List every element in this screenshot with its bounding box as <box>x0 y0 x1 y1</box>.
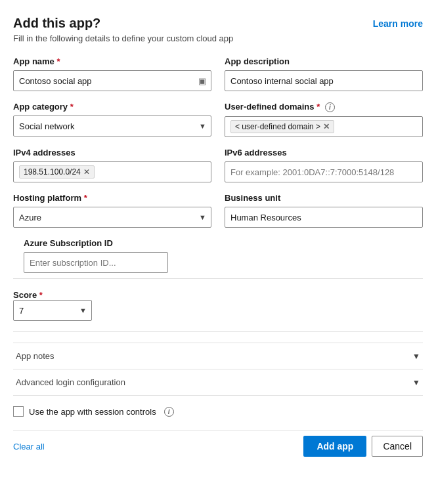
app-description-input[interactable] <box>225 70 423 91</box>
score-label: Score * <box>13 290 43 300</box>
footer-action-buttons: Add app Cancel <box>303 436 423 457</box>
dialog-footer: Clear all Add app Cancel <box>13 430 423 457</box>
app-name-label: App name * <box>13 56 211 66</box>
app-name-input-wrapper: ▣ <box>13 70 211 91</box>
row-hosting-business: Hosting platform * Azure AWS GCP Other ▼… <box>13 193 423 228</box>
clear-all-button[interactable]: Clear all <box>13 442 45 452</box>
session-controls-label: Use the app with session controls <box>29 407 156 417</box>
hosting-platform-select-wrapper: Azure AWS GCP Other ▼ <box>13 207 211 228</box>
session-controls-row: Use the app with session controls i <box>13 395 423 427</box>
ipv4-label: IPv4 addresses <box>13 148 211 158</box>
col-app-name: App name * ▣ <box>13 56 211 91</box>
score-section: Score * 1234 5678 910 ▼ <box>13 289 423 321</box>
domain-tag-close-icon[interactable]: ✕ <box>323 122 330 131</box>
row-category-domains: App category * Social network Business O… <box>13 102 423 137</box>
col-business-unit: Business unit <box>225 193 423 228</box>
session-controls-checkbox[interactable] <box>13 406 24 417</box>
advanced-login-chevron-icon: ▼ <box>412 378 420 387</box>
app-notes-title: App notes <box>16 351 54 361</box>
divider-1 <box>13 278 423 279</box>
ipv4-tag-close-icon[interactable]: ✕ <box>83 167 90 177</box>
advanced-login-header[interactable]: Advanced login configuration ▼ <box>13 377 423 387</box>
col-app-category: App category * Social network Business O… <box>13 102 211 137</box>
ipv4-tag-text: 198.51.100.0/24 <box>24 167 81 177</box>
app-category-select-wrapper: Social network Business Other ▼ <box>13 116 211 136</box>
business-unit-label: Business unit <box>225 193 423 203</box>
hosting-platform-label: Hosting platform * <box>13 193 211 203</box>
ipv6-input[interactable] <box>225 161 423 182</box>
domain-tag-text: < user-defined domain > <box>235 122 320 131</box>
user-defined-domains-label: User-defined domains * i <box>225 102 423 112</box>
user-defined-domains-info-icon[interactable]: i <box>325 102 335 112</box>
col-user-defined-domains: User-defined domains * i < user-defined … <box>225 102 423 137</box>
app-notes-section: App notes ▼ <box>13 343 423 369</box>
advanced-login-title: Advanced login configuration <box>16 377 125 387</box>
row-app-name-description: App name * ▣ App description <box>13 56 423 91</box>
app-notes-header[interactable]: App notes ▼ <box>13 351 423 361</box>
ipv4-tag: 198.51.100.0/24 ✕ <box>19 165 95 178</box>
dialog-title: Add this app? <box>13 16 233 31</box>
app-name-input[interactable] <box>13 70 211 91</box>
learn-more-link[interactable]: Learn more <box>373 18 423 29</box>
app-category-select[interactable]: Social network Business Other <box>13 116 211 136</box>
app-name-required: * <box>56 56 60 66</box>
app-description-label: App description <box>225 56 423 66</box>
cancel-button[interactable]: Cancel <box>372 436 423 457</box>
col-app-description: App description <box>225 56 423 91</box>
col-hosting-platform: Hosting platform * Azure AWS GCP Other ▼ <box>13 193 211 228</box>
app-name-icon: ▣ <box>198 76 206 86</box>
ipv6-label: IPv6 addresses <box>225 148 423 158</box>
app-category-label: App category * <box>13 102 211 112</box>
session-controls-info-icon[interactable]: i <box>164 407 174 417</box>
divider-2 <box>13 331 423 332</box>
azure-subscription-input[interactable] <box>24 252 168 273</box>
app-notes-chevron-icon: ▼ <box>412 352 420 361</box>
dialog-subtitle: Fill in the following details to define … <box>13 33 233 43</box>
add-app-button[interactable]: Add app <box>303 436 366 457</box>
business-unit-input[interactable] <box>225 207 423 228</box>
hosting-platform-select[interactable]: Azure AWS GCP Other <box>13 207 211 228</box>
col-ipv4: IPv4 addresses 198.51.100.0/24 ✕ <box>13 148 211 182</box>
advanced-login-section: Advanced login configuration ▼ <box>13 369 423 395</box>
azure-subscription-label: Azure Subscription ID <box>13 238 423 248</box>
azure-subscription-section: Azure Subscription ID <box>13 238 423 273</box>
user-defined-domain-tag: < user-defined domain > ✕ <box>230 120 334 133</box>
ipv4-input[interactable]: 198.51.100.0/24 ✕ <box>13 161 211 182</box>
row-ipv4-ipv6: IPv4 addresses 198.51.100.0/24 ✕ IPv6 ad… <box>13 148 423 182</box>
user-defined-domains-input[interactable]: < user-defined domain > ✕ <box>225 116 423 137</box>
header-text: Add this app? Fill in the following deta… <box>13 16 233 43</box>
col-ipv6: IPv6 addresses <box>225 148 423 182</box>
score-select[interactable]: 1234 5678 910 <box>13 300 92 321</box>
score-select-wrapper: 1234 5678 910 ▼ <box>13 300 92 321</box>
dialog-header: Add this app? Fill in the following deta… <box>13 16 423 43</box>
